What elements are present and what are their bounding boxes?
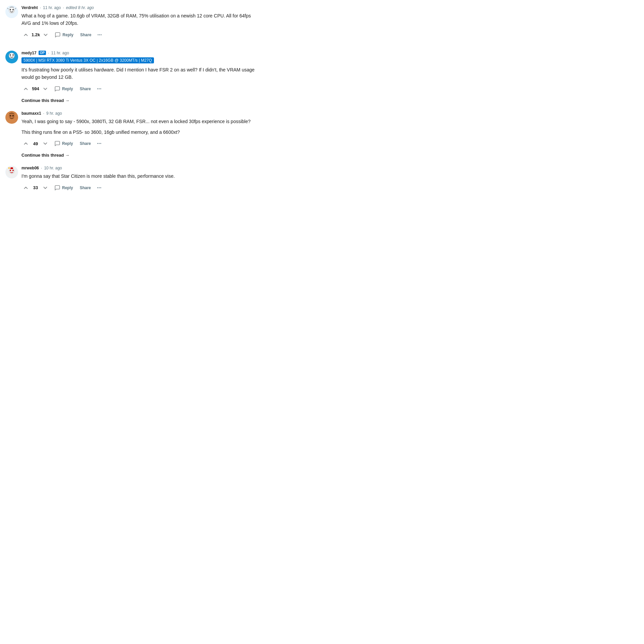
- downvote-button-baumaxx1[interactable]: [41, 139, 50, 148]
- svg-point-17: [12, 170, 14, 171]
- comment-time-mrweb06: 10 hr. ago: [44, 166, 62, 170]
- comment-baumaxx1: baumaxx1·9 hr. agoYeah, I was going to s…: [5, 111, 256, 158]
- reply-label: Reply: [62, 33, 73, 37]
- reply-button-baumaxx1[interactable]: Reply: [52, 139, 75, 148]
- share-button-verdreht[interactable]: Share: [78, 31, 93, 39]
- more-button-medy17[interactable]: ···: [96, 86, 103, 92]
- continue-thread-medy17[interactable]: Continue this thread →: [21, 98, 69, 103]
- dot-separator: ·: [48, 51, 49, 55]
- share-button-mrweb06[interactable]: Share: [78, 184, 93, 192]
- comment-medy17: medy17OP·11 hr. ago5900X | MSI RTX 3080 …: [5, 51, 256, 103]
- svg-rect-18: [10, 167, 13, 169]
- share-label: Share: [80, 87, 91, 91]
- downvote-button-verdreht[interactable]: [41, 31, 50, 39]
- dot-separator: ·: [40, 5, 41, 10]
- svg-point-8: [10, 54, 11, 56]
- comment-body-verdreht: Verdreht·11 hr. ago·edited 8 hr. agoWhat…: [21, 5, 256, 43]
- vote-section-medy17: 594: [21, 85, 50, 93]
- reply-label: Reply: [62, 185, 73, 190]
- downvote-button-medy17[interactable]: [41, 85, 50, 93]
- reply-button-medy17[interactable]: Reply: [52, 85, 75, 93]
- action-bar-medy17: 594ReplyShare···: [21, 85, 256, 93]
- share-label: Share: [80, 185, 91, 190]
- dot-separator: ·: [63, 5, 64, 10]
- vote-section-mrweb06: 33: [21, 183, 50, 192]
- share-label: Share: [80, 141, 91, 146]
- comment-body-medy17: medy17OP·11 hr. ago5900X | MSI RTX 3080 …: [21, 51, 256, 103]
- vote-count-mrweb06: 33: [32, 185, 40, 190]
- svg-point-9: [12, 54, 14, 56]
- upvote-button-medy17[interactable]: [21, 85, 30, 93]
- action-bar-baumaxx1: 49ReplyShare···: [21, 139, 256, 148]
- comment-text-mrweb06: I'm gonna say that Star Citizen is more …: [21, 172, 256, 180]
- comment-text-medy17: It's frustrating how poorly it utilises …: [21, 66, 256, 81]
- comment-body-baumaxx1: baumaxx1·9 hr. agoYeah, I was going to s…: [21, 111, 256, 158]
- comment-verdreht: Verdreht·11 hr. ago·edited 8 hr. agoWhat…: [5, 5, 256, 43]
- reply-button-verdreht[interactable]: Reply: [53, 31, 75, 39]
- edited-time-verdreht: edited 8 hr. ago: [66, 5, 94, 10]
- upvote-button-verdreht[interactable]: [21, 31, 30, 39]
- vote-section-baumaxx1: 49: [21, 139, 50, 148]
- vote-count-verdreht: 1.2k: [32, 32, 40, 37]
- comment-time-baumaxx1: 9 hr. ago: [46, 111, 62, 116]
- avatar-verdreht: [5, 5, 18, 18]
- comment-text-baumaxx1: Yeah, I was going to say - 5900x, 3080Ti…: [21, 118, 256, 136]
- svg-point-3: [12, 9, 14, 10]
- reply-label: Reply: [62, 87, 73, 91]
- username-medy17[interactable]: medy17: [21, 51, 37, 55]
- avatar-medy17: [5, 51, 18, 63]
- action-bar-mrweb06: 33ReplyShare···: [21, 183, 256, 192]
- comment-meta-baumaxx1: baumaxx1·9 hr. ago: [21, 111, 256, 116]
- upvote-button-baumaxx1[interactable]: [21, 139, 30, 148]
- vote-count-baumaxx1: 49: [32, 141, 40, 146]
- more-button-verdreht[interactable]: ···: [96, 32, 103, 38]
- comment-time-medy17: 11 hr. ago: [51, 51, 69, 55]
- vote-count-medy17: 594: [32, 86, 40, 91]
- continue-thread-baumaxx1[interactable]: Continue this thread →: [21, 153, 69, 158]
- vote-section-verdreht: 1.2k: [21, 31, 50, 39]
- username-mrweb06[interactable]: mrweb06: [21, 166, 39, 170]
- share-button-medy17[interactable]: Share: [78, 85, 93, 93]
- downvote-button-mrweb06[interactable]: [41, 183, 50, 192]
- dot-separator: ·: [41, 166, 42, 170]
- avatar-baumaxx1: [5, 111, 18, 124]
- svg-point-12: [10, 115, 11, 116]
- svg-point-13: [12, 115, 14, 116]
- comment-meta-medy17: medy17OP·11 hr. ago: [21, 51, 256, 55]
- continue-thread-label: Continue this thread →: [21, 98, 69, 103]
- share-button-baumaxx1[interactable]: Share: [78, 140, 93, 147]
- username-verdreht[interactable]: Verdreht: [21, 5, 38, 10]
- svg-point-19: [8, 167, 10, 169]
- dot-separator: ·: [43, 111, 44, 116]
- avatar-mrweb06: [5, 166, 18, 178]
- share-label: Share: [80, 33, 91, 37]
- op-badge-medy17: OP: [39, 51, 46, 55]
- comment-time-verdreht: 11 hr. ago: [43, 5, 61, 10]
- upvote-button-mrweb06[interactable]: [21, 183, 30, 192]
- username-baumaxx1[interactable]: baumaxx1: [21, 111, 41, 116]
- action-bar-verdreht: 1.2kReplyShare···: [21, 31, 256, 39]
- flair-medy17: 5900X | MSI RTX 3080 Ti Ventus 3X OC | 2…: [21, 57, 154, 63]
- svg-point-16: [10, 170, 11, 171]
- comments-container: Verdreht·11 hr. ago·edited 8 hr. agoWhat…: [5, 5, 256, 196]
- continue-thread-label: Continue this thread →: [21, 153, 69, 158]
- reply-label: Reply: [62, 141, 73, 146]
- more-button-mrweb06[interactable]: ···: [96, 185, 103, 191]
- comment-meta-verdreht: Verdreht·11 hr. ago·edited 8 hr. ago: [21, 5, 256, 10]
- comment-body-mrweb06: mrweb06·10 hr. agoI'm gonna say that Sta…: [21, 166, 256, 195]
- comment-mrweb06: mrweb06·10 hr. agoI'm gonna say that Sta…: [5, 166, 256, 195]
- comment-text-verdreht: What a hog of a game. 10.6gb of VRAM, 32…: [21, 12, 256, 27]
- more-button-baumaxx1[interactable]: ···: [96, 141, 103, 147]
- reply-button-mrweb06[interactable]: Reply: [52, 183, 75, 192]
- svg-point-2: [10, 9, 11, 10]
- comment-meta-mrweb06: mrweb06·10 hr. ago: [21, 166, 256, 170]
